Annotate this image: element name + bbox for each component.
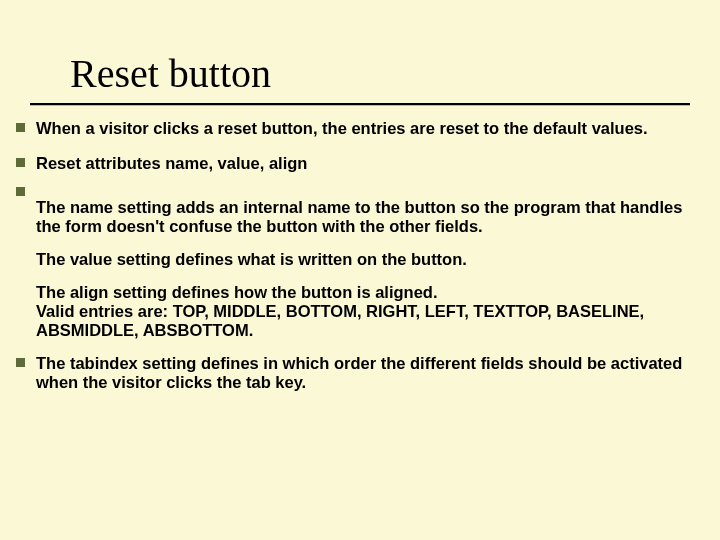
square-bullet-icon xyxy=(16,123,25,132)
bullet-text: When a visitor clicks a reset button, th… xyxy=(36,119,704,138)
paragraph: The name setting adds an internal name t… xyxy=(36,198,704,236)
square-bullet-icon xyxy=(16,358,25,367)
paragraph-block: The name setting adds an internal name t… xyxy=(36,198,704,340)
paragraph: The align setting defines how the button… xyxy=(36,283,704,302)
bullet-item: The tabindex setting defines in which or… xyxy=(16,354,704,392)
title-block: Reset button xyxy=(70,50,664,105)
paragraph: The value setting defines what is writte… xyxy=(36,250,704,269)
title-underline xyxy=(30,103,690,105)
slide-content: When a visitor clicks a reset button, th… xyxy=(16,119,704,392)
paragraph-group: The align setting defines how the button… xyxy=(36,283,704,340)
bullet-item: When a visitor clicks a reset button, th… xyxy=(16,119,704,138)
bullet-text: Reset attributes name, value, align xyxy=(36,154,704,173)
slide-title: Reset button xyxy=(70,50,664,97)
bullet-text: The tabindex setting defines in which or… xyxy=(36,354,704,392)
paragraph: Valid entries are: TOP, MIDDLE, BOTTOM, … xyxy=(36,302,704,340)
square-bullet-icon xyxy=(16,158,25,167)
slide: Reset button When a visitor clicks a res… xyxy=(0,0,720,540)
bullet-item: Reset attributes name, value, align xyxy=(16,154,704,173)
bullet-item-empty xyxy=(16,183,704,196)
square-bullet-icon xyxy=(16,187,25,196)
